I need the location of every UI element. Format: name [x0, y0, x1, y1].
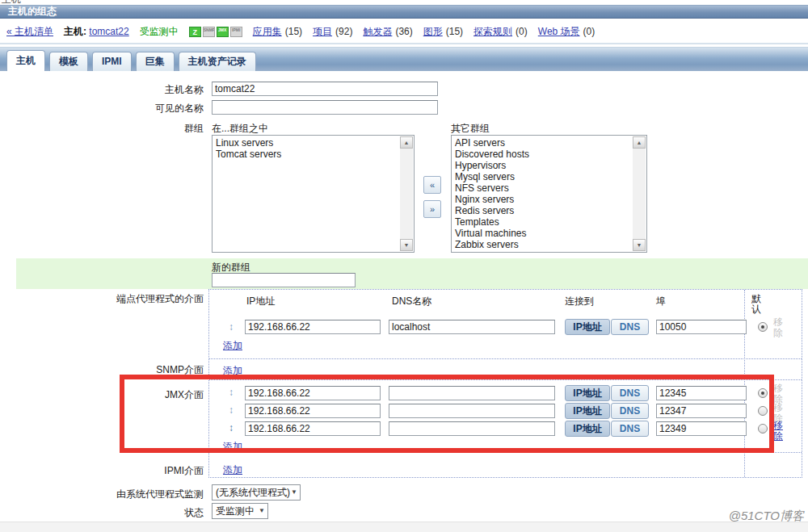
agent-default-radio[interactable]: [758, 322, 768, 332]
list-item[interactable]: Nginx servers: [455, 194, 630, 205]
snmp-availability-icon: SNMP: [203, 27, 215, 37]
visible-name-label: 可见的名称: [0, 103, 204, 114]
tab-templates[interactable]: 模板: [49, 52, 88, 71]
in-groups-label: 在...群组之中: [212, 123, 268, 134]
other-groups-list[interactable]: API servers Discovered hosts Hypervisors…: [451, 135, 647, 253]
list-item[interactable]: API servers: [455, 137, 630, 149]
in-groups-list[interactable]: Linux servers Tomcat servers ▲ ▼: [212, 135, 415, 253]
agent-ip-input[interactable]: [245, 320, 381, 334]
agent-remove-link: 移除: [773, 317, 785, 338]
jmx-ip-input-2[interactable]: [245, 404, 381, 418]
graphs-link[interactable]: 图形: [423, 26, 443, 37]
host-name-link[interactable]: tomcat22: [89, 26, 128, 37]
applications-link[interactable]: 应用集: [253, 26, 282, 37]
jmx-dns-input-2[interactable]: [389, 404, 555, 418]
breadcrumb-web: Web 场景(0): [538, 25, 595, 39]
agent-port-input[interactable]: [656, 320, 747, 334]
ipmi-add-link[interactable]: 添加: [223, 463, 242, 477]
jmx-remove-link-3[interactable]: 移除: [773, 421, 785, 442]
jmx-dns-input-1[interactable]: [389, 386, 555, 400]
jmx-connect-dns-button-3[interactable]: DNS: [611, 421, 649, 437]
jmx-port-input-2[interactable]: [656, 404, 747, 418]
list-item[interactable]: NFS servers: [455, 182, 630, 194]
jmx-dns-input-3[interactable]: [389, 421, 555, 436]
jmx-connect-ip-button-2[interactable]: IP地址: [565, 403, 610, 419]
scroll-up-icon[interactable]: ▲: [400, 136, 413, 149]
jmx-connect-ip-button-3[interactable]: IP地址: [565, 421, 610, 437]
visible-name-input[interactable]: [212, 100, 438, 115]
tab-host[interactable]: 主机: [6, 50, 45, 71]
list-item[interactable]: Mysql servers: [455, 171, 630, 182]
triggers-link[interactable]: 触发器: [363, 26, 392, 37]
list-item[interactable]: Virtual machines: [455, 228, 630, 239]
web-scenarios-link[interactable]: Web 场景: [538, 26, 580, 37]
drag-handle-icon[interactable]: ↕: [229, 422, 234, 434]
jmx-default-radio-1[interactable]: [758, 388, 768, 398]
host-status-text: 受监测中: [140, 25, 179, 39]
list-item[interactable]: Tomcat servers: [216, 149, 398, 160]
jmx-ip-input-1[interactable]: [245, 386, 381, 400]
drag-handle-icon[interactable]: ↕: [229, 387, 234, 398]
list-item[interactable]: Zabbix servers: [455, 239, 630, 250]
move-to-other-groups-button[interactable]: »: [423, 200, 441, 218]
interfaces-container: IP地址 DNS名称 连接到 埠 默认 ↕ IP地址 DNS 移除 添加 添加 …: [208, 289, 802, 478]
host-list-link[interactable]: « 主机清单: [6, 25, 53, 39]
section-divider: [209, 452, 802, 453]
list-item[interactable]: Discovered hosts: [455, 149, 630, 160]
items-link[interactable]: 项目: [313, 26, 332, 37]
jmx-availability-icon: JMX: [217, 27, 229, 37]
scroll-down-icon[interactable]: ▼: [633, 239, 646, 251]
scrollbar[interactable]: ▲ ▼: [633, 136, 646, 251]
jmx-connect-ip-button-1[interactable]: IP地址: [565, 385, 610, 401]
section-divider: [209, 379, 802, 380]
groups-label: 群组: [0, 123, 204, 134]
drag-handle-icon[interactable]: ↕: [229, 404, 234, 416]
breadcrumb-graphs: 图形(15): [423, 25, 463, 39]
new-group-input[interactable]: [212, 273, 356, 287]
port-column-header: 埠: [656, 295, 666, 308]
agent-dns-input[interactable]: [389, 320, 555, 334]
status-select[interactable]: 受监测中 ▼: [212, 503, 268, 519]
tab-host-inventory[interactable]: 主机资产记录: [179, 52, 256, 71]
jmx-default-radio-3[interactable]: [758, 424, 768, 434]
scroll-down-icon[interactable]: ▼: [400, 239, 413, 251]
jmx-default-radio-2[interactable]: [758, 406, 768, 416]
default-column-header: 默认: [751, 294, 764, 315]
snmp-add-link[interactable]: 添加: [223, 364, 242, 378]
scroll-up-icon[interactable]: ▲: [633, 136, 646, 149]
list-item[interactable]: Hypervisors: [455, 160, 630, 171]
discovery-rules-link[interactable]: 探索规则: [473, 26, 512, 37]
breadcrumb-discovery: 探索规则(0): [473, 25, 528, 39]
page-title: 主机的组态: [0, 6, 808, 18]
list-item[interactable]: Linux servers: [216, 137, 398, 149]
availability-icons: Z SNMP JMX IPMI: [189, 27, 242, 37]
jmx-connect-dns-button-1[interactable]: DNS: [611, 385, 649, 401]
dropdown-arrow-icon: ▼: [291, 489, 297, 496]
drag-handle-icon[interactable]: ↕: [229, 321, 234, 333]
breadcrumb-triggers: 触发器(36): [363, 25, 412, 39]
jmx-port-input-3[interactable]: [656, 421, 747, 436]
host-name-label: 主机名称: [0, 84, 204, 95]
agent-add-link[interactable]: 添加: [223, 339, 242, 353]
move-to-in-groups-button[interactable]: «: [423, 176, 441, 194]
scrollbar[interactable]: ▲ ▼: [400, 136, 413, 251]
list-item[interactable]: Redis servers: [455, 205, 630, 216]
agent-connect-ip-button[interactable]: IP地址: [565, 319, 610, 335]
default-column-divider: [744, 290, 745, 477]
host-label-group: 主机: tomcat22: [64, 25, 129, 39]
jmx-connect-dns-button-2[interactable]: DNS: [611, 403, 649, 419]
proxy-select[interactable]: (无系统代理程式) ▼: [212, 484, 301, 501]
tabs: 主机 模板 IPMI 巨集 主机资产记录: [6, 50, 256, 71]
ipmi-availability-icon: IPMI: [230, 27, 242, 37]
tab-macros[interactable]: 巨集: [136, 52, 175, 71]
host-name-input[interactable]: [212, 82, 438, 96]
jmx-ip-input-3[interactable]: [245, 421, 381, 436]
connect-to-column-header: 连接到: [565, 295, 594, 308]
list-item[interactable]: Templates: [455, 216, 630, 228]
ip-column-header: IP地址: [246, 295, 275, 308]
tab-ipmi[interactable]: IPMI: [92, 52, 132, 71]
jmx-port-input-1[interactable]: [656, 386, 747, 400]
snmp-interfaces-label: SNMP介面: [0, 364, 204, 375]
agent-connect-dns-button[interactable]: DNS: [611, 319, 649, 335]
jmx-add-link[interactable]: 添加: [223, 440, 242, 454]
